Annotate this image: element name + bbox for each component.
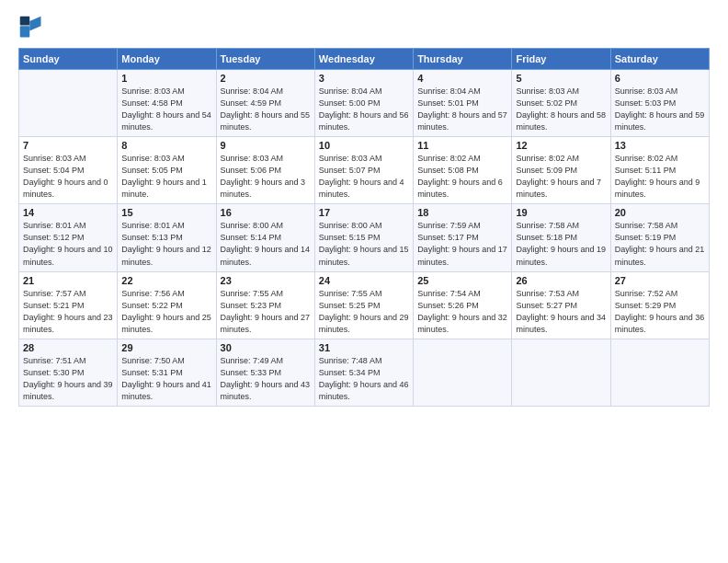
day-detail: Sunrise: 7:51 AM Sunset: 5:30 PM Dayligh… [23,355,113,403]
day-detail: Sunrise: 8:02 AM Sunset: 5:11 PM Dayligh… [615,153,705,201]
col-thursday: Thursday [414,49,512,70]
day-detail: Sunrise: 8:00 AM Sunset: 5:14 PM Dayligh… [221,220,311,268]
day-cell: 24Sunrise: 7:55 AM Sunset: 5:25 PM Dayli… [314,271,413,339]
day-cell: 1Sunrise: 8:03 AM Sunset: 4:58 PM Daylig… [118,70,216,137]
day-cell [610,339,709,406]
day-detail: Sunrise: 7:58 AM Sunset: 5:19 PM Dayligh… [615,220,705,268]
day-number: 18 [417,207,507,218]
day-number: 11 [417,140,507,151]
day-detail: Sunrise: 7:54 AM Sunset: 5:26 PM Dayligh… [417,288,507,336]
day-number: 28 [23,342,113,353]
day-number: 31 [319,342,409,353]
day-detail: Sunrise: 7:48 AM Sunset: 5:34 PM Dayligh… [319,355,409,403]
day-cell: 16Sunrise: 8:00 AM Sunset: 5:14 PM Dayli… [216,204,314,271]
day-cell: 9Sunrise: 8:03 AM Sunset: 5:06 PM Daylig… [216,137,314,204]
day-cell: 19Sunrise: 7:58 AM Sunset: 5:18 PM Dayli… [512,204,610,271]
day-cell: 28Sunrise: 7:51 AM Sunset: 5:30 PM Dayli… [19,339,118,406]
day-number: 21 [23,275,113,286]
day-detail: Sunrise: 8:00 AM Sunset: 5:15 PM Dayligh… [319,220,409,268]
day-cell [19,70,118,137]
day-number: 27 [615,275,705,286]
day-cell: 20Sunrise: 7:58 AM Sunset: 5:19 PM Dayli… [610,204,709,271]
day-number: 3 [319,73,409,84]
day-number: 8 [121,140,211,151]
week-row-1: 1Sunrise: 8:03 AM Sunset: 4:58 PM Daylig… [19,70,710,137]
day-cell: 31Sunrise: 7:48 AM Sunset: 5:34 PM Dayli… [314,339,413,406]
day-number: 9 [221,140,311,151]
day-number: 12 [516,140,606,151]
col-monday: Monday [118,49,216,70]
day-cell: 7Sunrise: 8:03 AM Sunset: 5:04 PM Daylig… [19,137,118,204]
day-cell: 30Sunrise: 7:49 AM Sunset: 5:33 PM Dayli… [216,339,314,406]
day-cell: 18Sunrise: 7:59 AM Sunset: 5:17 PM Dayli… [414,204,512,271]
day-detail: Sunrise: 8:01 AM Sunset: 5:12 PM Dayligh… [23,220,113,268]
day-cell: 21Sunrise: 7:57 AM Sunset: 5:21 PM Dayli… [19,271,118,339]
svg-marker-3 [29,17,40,31]
week-row-4: 21Sunrise: 7:57 AM Sunset: 5:21 PM Dayli… [19,271,710,339]
week-row-5: 28Sunrise: 7:51 AM Sunset: 5:30 PM Dayli… [19,339,710,406]
svg-rect-1 [20,26,30,37]
day-cell: 11Sunrise: 8:02 AM Sunset: 5:08 PM Dayli… [414,137,512,204]
day-detail: Sunrise: 8:03 AM Sunset: 5:04 PM Dayligh… [23,153,113,201]
day-cell: 6Sunrise: 8:03 AM Sunset: 5:03 PM Daylig… [610,70,709,137]
calendar-header: Sunday Monday Tuesday Wednesday Thursday… [19,49,710,70]
day-detail: Sunrise: 8:02 AM Sunset: 5:08 PM Dayligh… [417,153,507,201]
day-number: 6 [615,73,705,84]
day-number: 10 [319,140,409,151]
day-cell: 5Sunrise: 8:03 AM Sunset: 5:02 PM Daylig… [512,70,610,137]
col-sunday: Sunday [19,49,118,70]
day-number: 20 [615,207,705,218]
header [18,15,710,40]
day-cell: 13Sunrise: 8:02 AM Sunset: 5:11 PM Dayli… [610,137,709,204]
day-cell: 8Sunrise: 8:03 AM Sunset: 5:05 PM Daylig… [118,137,216,204]
day-number: 30 [221,342,311,353]
day-number: 14 [23,207,113,218]
day-number: 26 [516,275,606,286]
day-detail: Sunrise: 7:55 AM Sunset: 5:23 PM Dayligh… [221,288,311,336]
day-cell: 25Sunrise: 7:54 AM Sunset: 5:26 PM Dayli… [414,271,512,339]
day-detail: Sunrise: 8:01 AM Sunset: 5:13 PM Dayligh… [121,220,211,268]
day-detail: Sunrise: 8:03 AM Sunset: 5:03 PM Dayligh… [615,86,705,133]
day-cell: 29Sunrise: 7:50 AM Sunset: 5:31 PM Dayli… [118,339,216,406]
calendar-body: 1Sunrise: 8:03 AM Sunset: 4:58 PM Daylig… [19,70,710,407]
day-detail: Sunrise: 8:04 AM Sunset: 5:01 PM Dayligh… [417,86,507,133]
day-number: 19 [516,207,606,218]
day-number: 1 [121,73,211,84]
day-detail: Sunrise: 7:59 AM Sunset: 5:17 PM Dayligh… [417,220,507,268]
logo-icon [18,15,44,40]
day-number: 16 [221,207,311,218]
day-number: 13 [615,140,705,151]
week-row-2: 7Sunrise: 8:03 AM Sunset: 5:04 PM Daylig… [19,137,710,204]
day-detail: Sunrise: 7:50 AM Sunset: 5:31 PM Dayligh… [121,355,211,403]
day-detail: Sunrise: 7:52 AM Sunset: 5:29 PM Dayligh… [615,288,705,336]
day-detail: Sunrise: 8:03 AM Sunset: 5:07 PM Dayligh… [319,153,409,201]
day-detail: Sunrise: 7:58 AM Sunset: 5:18 PM Dayligh… [516,220,606,268]
day-detail: Sunrise: 7:55 AM Sunset: 5:25 PM Dayligh… [319,288,409,336]
day-detail: Sunrise: 8:02 AM Sunset: 5:09 PM Dayligh… [516,153,606,201]
day-number: 15 [121,207,211,218]
calendar-table: Sunday Monday Tuesday Wednesday Thursday… [18,48,710,407]
day-number: 22 [121,275,211,286]
day-cell [512,339,610,406]
day-number: 29 [121,342,211,353]
svg-rect-2 [20,17,30,26]
day-cell: 10Sunrise: 8:03 AM Sunset: 5:07 PM Dayli… [314,137,413,204]
day-cell: 14Sunrise: 8:01 AM Sunset: 5:12 PM Dayli… [19,204,118,271]
page-container: Sunday Monday Tuesday Wednesday Thursday… [0,0,728,416]
day-detail: Sunrise: 8:04 AM Sunset: 4:59 PM Dayligh… [221,86,311,133]
header-row: Sunday Monday Tuesday Wednesday Thursday… [19,49,710,70]
day-cell: 2Sunrise: 8:04 AM Sunset: 4:59 PM Daylig… [216,70,314,137]
day-cell: 17Sunrise: 8:00 AM Sunset: 5:15 PM Dayli… [314,204,413,271]
day-cell: 4Sunrise: 8:04 AM Sunset: 5:01 PM Daylig… [414,70,512,137]
day-detail: Sunrise: 8:03 AM Sunset: 5:05 PM Dayligh… [121,153,211,201]
day-number: 25 [417,275,507,286]
col-wednesday: Wednesday [314,49,413,70]
day-detail: Sunrise: 8:03 AM Sunset: 5:06 PM Dayligh… [221,153,311,201]
day-detail: Sunrise: 8:04 AM Sunset: 5:00 PM Dayligh… [319,86,409,133]
day-detail: Sunrise: 7:49 AM Sunset: 5:33 PM Dayligh… [221,355,311,403]
day-cell: 26Sunrise: 7:53 AM Sunset: 5:27 PM Dayli… [512,271,610,339]
day-detail: Sunrise: 7:56 AM Sunset: 5:22 PM Dayligh… [121,288,211,336]
day-cell: 12Sunrise: 8:02 AM Sunset: 5:09 PM Dayli… [512,137,610,204]
day-cell: 3Sunrise: 8:04 AM Sunset: 5:00 PM Daylig… [314,70,413,137]
logo [18,15,48,40]
